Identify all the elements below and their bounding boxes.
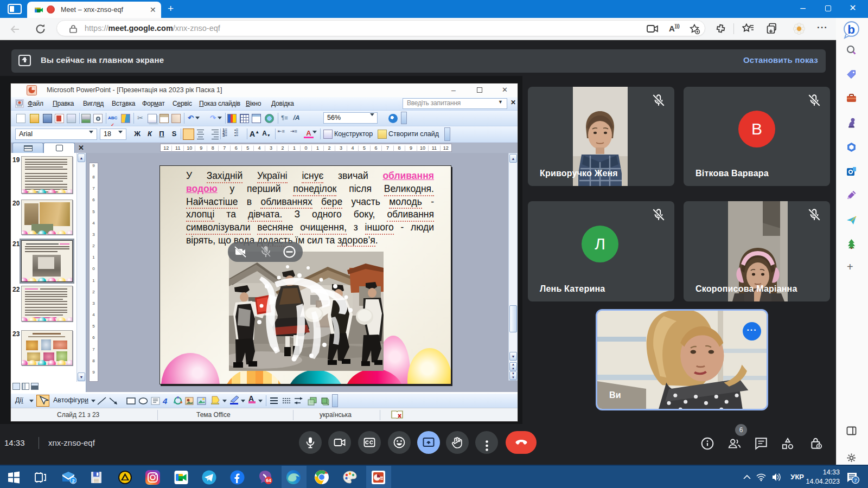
svg-text:4: 4	[162, 396, 168, 406]
svg-text:2: 2	[72, 478, 74, 484]
svg-text:b: b	[847, 23, 855, 36]
svg-text:7: 7	[854, 477, 857, 483]
svg-text:64: 64	[266, 478, 271, 483]
